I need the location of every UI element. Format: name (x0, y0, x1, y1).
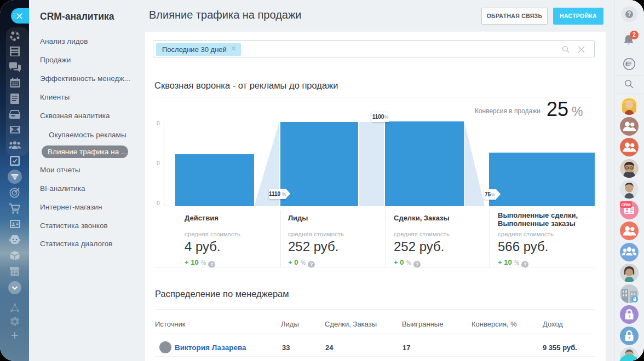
svg-text:CRM: CRM (621, 202, 630, 207)
